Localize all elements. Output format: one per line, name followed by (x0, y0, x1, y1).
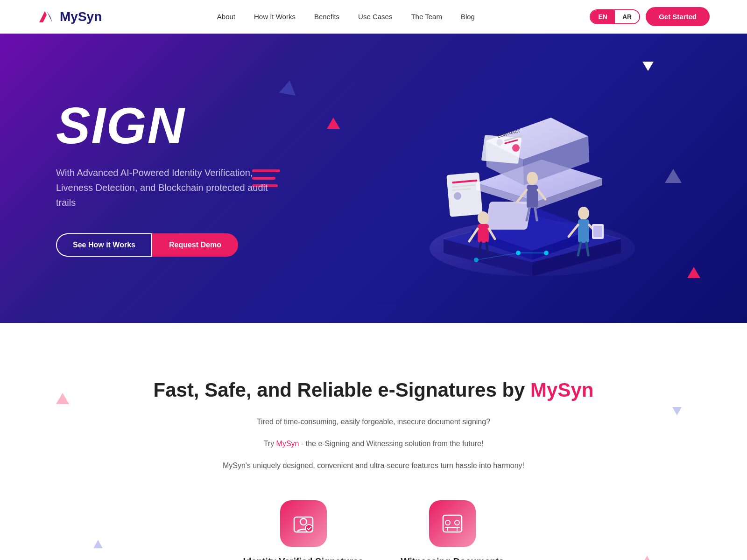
nav-item-about[interactable]: About (217, 13, 235, 21)
section2-desc2-brand: MySyn (276, 440, 299, 448)
hero-buttons: See How it Works Request Demo (56, 233, 374, 257)
hero-content: SIGN With Advanced AI-Powered Identity V… (56, 100, 374, 257)
section2-desc2-suffix: - the e-Signing and Witnessing solution … (299, 440, 483, 448)
svg-line-41 (486, 243, 488, 255)
deco-tri-pink-right2 (641, 556, 654, 560)
svg-rect-35 (487, 204, 529, 227)
nav-right: EN AR Get Started (590, 7, 710, 26)
logo-text: MySyn (60, 9, 102, 24)
deco-tri-blue-right (672, 407, 682, 415)
request-demo-button[interactable]: Request Demo (152, 233, 238, 257)
svg-point-66 (455, 520, 459, 525)
svg-point-42 (527, 172, 538, 185)
section2-desc3: MySyn's uniquely designed, convenient an… (210, 459, 537, 472)
svg-point-62 (300, 518, 307, 525)
feature-witnessing-icon-bg (429, 500, 476, 547)
feature-identity-icon-bg (280, 500, 327, 547)
deco-tri-pink-left (56, 393, 69, 404)
section2-brand: MySyn (530, 379, 593, 401)
witnessing-icon (439, 511, 465, 537)
hero-illustration: CONTRACT (374, 80, 691, 276)
get-started-button[interactable]: Get Started (646, 7, 710, 26)
nav-item-blog[interactable]: Blog (461, 13, 475, 21)
nav-item-howitworks[interactable]: How It Works (254, 13, 296, 21)
svg-marker-0 (39, 11, 47, 22)
svg-point-63 (305, 525, 313, 532)
svg-rect-37 (478, 224, 489, 243)
svg-rect-55 (593, 226, 602, 237)
svg-marker-3 (47, 11, 52, 22)
feature-witnessing: Witnessing Documents (401, 500, 504, 560)
feature-identity: Identity Verified Signatures (243, 500, 364, 560)
svg-point-36 (478, 211, 489, 224)
decorative-triangle-2 (642, 62, 654, 71)
section2-desc2-prefix: Try (264, 440, 276, 448)
deco-tri-blue-left2 (93, 540, 103, 548)
section2-title: Fast, Safe, and Reliable e-Signatures by… (56, 379, 691, 401)
logo-icon (37, 7, 56, 26)
svg-point-65 (445, 520, 450, 525)
section2-content: Fast, Safe, and Reliable e-Signatures by… (56, 360, 691, 560)
decorative-triangle-1 (279, 79, 298, 96)
hero-section: SIGN With Advanced AI-Powered Identity V… (0, 34, 747, 323)
language-toggle: EN AR (590, 9, 640, 24)
nav-links: About How It Works Benefits Use Cases Th… (217, 13, 475, 21)
identity-icon (290, 511, 317, 537)
nav-item-benefits[interactable]: Benefits (314, 13, 339, 21)
hero-bottom-arrow (350, 304, 397, 323)
nav-item-usecases[interactable]: Use Cases (358, 13, 392, 21)
features-row: Identity Verified Signatures Witnessing … (56, 500, 691, 560)
see-how-it-works-button[interactable]: See How it Works (56, 233, 152, 257)
section2-desc2: Try MySyn - the e-Signing and Witnessing… (210, 437, 537, 450)
features-section: Fast, Safe, and Reliable e-Signatures by… (0, 323, 747, 560)
navbar: MySyn About How It Works Benefits Use Ca… (0, 0, 747, 34)
hero-title: SIGN (56, 100, 374, 151)
svg-rect-28 (446, 172, 483, 217)
svg-point-48 (578, 207, 589, 220)
nav-item-theteam[interactable]: The Team (411, 13, 442, 21)
section2-title-part1: Fast, Safe, and Reliable e-Signatures by (154, 379, 531, 401)
section2-desc1: Tired of time-consuming, easily forgeabl… (210, 415, 537, 428)
svg-rect-49 (578, 219, 589, 243)
feature-identity-title: Identity Verified Signatures (243, 556, 364, 560)
logo: MySyn (37, 7, 102, 26)
hero-description: With Advanced AI-Powered Identity Verifi… (56, 165, 271, 210)
svg-rect-43 (527, 185, 538, 208)
lang-en-button[interactable]: EN (591, 10, 614, 23)
feature-witnessing-title: Witnessing Documents (401, 556, 504, 560)
lang-ar-button[interactable]: AR (615, 10, 639, 23)
hero-svg-illustration: CONTRACT (402, 80, 663, 276)
